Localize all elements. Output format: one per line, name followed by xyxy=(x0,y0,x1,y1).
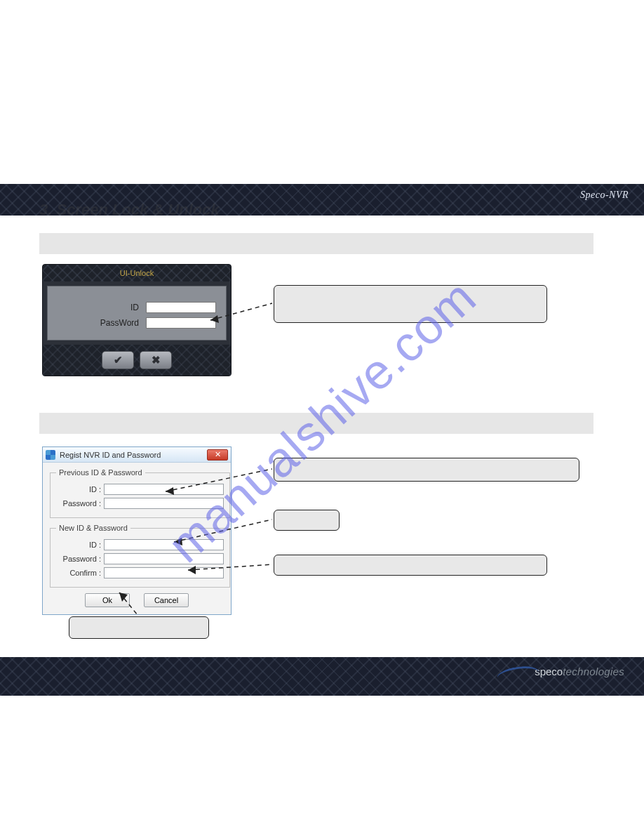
logo-light-text: technologies xyxy=(563,666,624,677)
regist-ok-button[interactable]: Ok xyxy=(85,593,130,607)
new-password-label: Password : xyxy=(56,555,101,563)
new-id-input[interactable] xyxy=(104,539,224,550)
callout-box-2 xyxy=(274,458,579,482)
app-icon xyxy=(46,450,55,460)
close-icon: ✖ xyxy=(152,354,161,366)
regist-close-button[interactable]: ✕ xyxy=(207,449,228,461)
footer-logo: specotechnologies xyxy=(497,666,624,677)
regist-dialog: Regist NVR ID and Password ✕ Previous ID… xyxy=(42,446,232,615)
ui-unlock-title: UI-Unlock xyxy=(120,269,154,277)
section-band-1 xyxy=(39,233,593,254)
confirm-label: Confirm : xyxy=(56,569,101,577)
new-group-label: New ID & Password xyxy=(56,524,130,532)
unlock-password-label: PassWord xyxy=(100,318,139,328)
confirm-input[interactable] xyxy=(104,567,224,578)
logo-swoosh-icon xyxy=(496,664,539,680)
prev-password-input[interactable] xyxy=(104,498,224,509)
regist-titlebar: Regist NVR ID and Password ✕ xyxy=(43,447,231,463)
footer-bar: specotechnologies xyxy=(0,657,644,696)
prev-password-label: Password : xyxy=(56,499,101,508)
new-group: New ID & Password ID : Password : Confir… xyxy=(50,524,230,588)
unlock-cancel-button[interactable]: ✖ xyxy=(140,351,172,369)
new-id-label: ID : xyxy=(56,541,101,549)
ui-unlock-titlebar: UI-Unlock xyxy=(43,265,231,282)
callout-box-4 xyxy=(274,555,547,576)
unlock-ok-button[interactable]: ✔ xyxy=(102,351,134,369)
regist-cancel-button[interactable]: Cancel xyxy=(144,593,189,607)
ui-unlock-dialog: UI-Unlock ID PassWord ✔ ✖ xyxy=(42,264,232,376)
regist-title: Regist NVR ID and Password xyxy=(60,451,161,459)
previous-group: Previous ID & Password ID : Password : xyxy=(50,468,230,518)
unlock-button-row: ✔ ✖ xyxy=(43,345,231,376)
close-icon: ✕ xyxy=(215,450,221,459)
callout-box-1 xyxy=(274,285,547,323)
section-band-2 xyxy=(39,413,593,434)
prev-id-label: ID : xyxy=(56,485,101,494)
callout-box-5 xyxy=(69,616,209,639)
unlock-password-input[interactable] xyxy=(146,317,216,329)
ui-unlock-body: ID PassWord xyxy=(47,286,227,340)
unlock-id-input[interactable] xyxy=(146,302,216,313)
prev-id-input[interactable] xyxy=(104,484,224,495)
regist-body: Previous ID & Password ID : Password : N… xyxy=(43,463,231,614)
page-title: 3. Screen Lock & Unlock xyxy=(39,201,220,219)
regist-button-row: Ok Cancel xyxy=(50,593,224,607)
callout-box-3 xyxy=(274,510,340,531)
brand-label: Speco-NVR xyxy=(580,190,629,201)
unlock-id-label: ID xyxy=(130,303,139,312)
check-icon: ✔ xyxy=(114,354,123,366)
new-password-input[interactable] xyxy=(104,553,224,564)
previous-group-label: Previous ID & Password xyxy=(56,468,145,477)
